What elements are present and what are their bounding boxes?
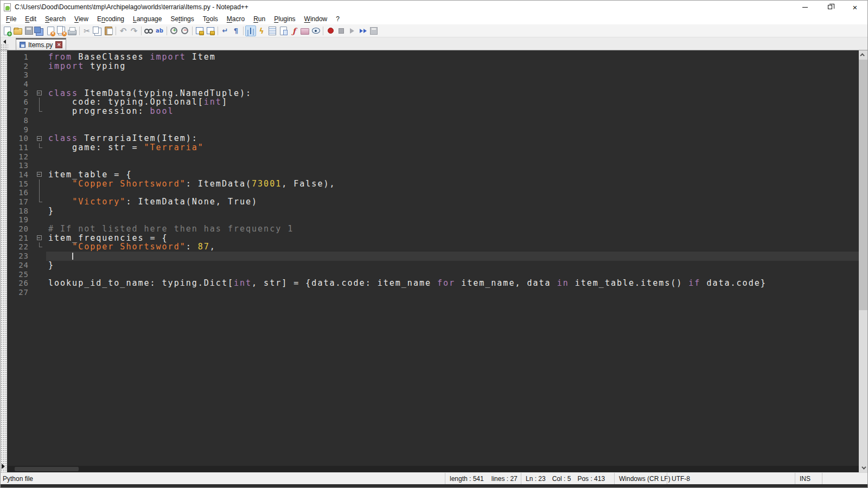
word-wrap-icon[interactable] bbox=[220, 25, 231, 36]
line-number[interactable]: 8 bbox=[7, 116, 34, 125]
line-number[interactable]: 14 bbox=[7, 170, 34, 179]
code-line[interactable]: 11 game: str = "Terraria" bbox=[7, 143, 859, 152]
line-number[interactable]: 1 bbox=[7, 53, 34, 62]
code-line-text[interactable] bbox=[46, 252, 859, 261]
macro-save-icon[interactable] bbox=[368, 25, 379, 36]
code-line-text[interactable]: code: typing.Optional[int] bbox=[46, 98, 859, 107]
sync-scroll-h-icon[interactable] bbox=[205, 25, 216, 36]
fold-collapse-icon[interactable] bbox=[37, 136, 42, 141]
code-line[interactable]: 3 bbox=[7, 70, 859, 80]
new-file-icon[interactable] bbox=[2, 25, 12, 36]
line-number[interactable]: 21 bbox=[7, 234, 34, 243]
run-script-icon[interactable] bbox=[289, 25, 299, 36]
fold-collapse-icon[interactable] bbox=[37, 91, 42, 95]
code-line-text[interactable]: from BaseClasses import Item bbox=[46, 53, 859, 62]
code-line[interactable]: 9 bbox=[7, 125, 859, 134]
close-icon[interactable] bbox=[45, 25, 56, 36]
code-line[interactable]: 25 bbox=[7, 270, 859, 279]
folder-as-workspace-icon[interactable] bbox=[299, 25, 310, 36]
line-number[interactable]: 27 bbox=[7, 288, 34, 297]
code-line[interactable]: 6 code: typing.Optional[int] bbox=[7, 98, 859, 107]
save-icon[interactable] bbox=[23, 25, 34, 36]
code-viewport[interactable]: 1from BaseClasses import Item2import typ… bbox=[7, 50, 859, 466]
restore-button[interactable] bbox=[818, 1, 843, 14]
code-line-text[interactable]: item_table = { bbox=[46, 170, 859, 179]
code-line-text[interactable]: class TerrariaItem(Item): bbox=[46, 134, 859, 143]
status-eol-format[interactable]: Windows (CR LF) bbox=[614, 473, 667, 484]
document-list-icon[interactable] bbox=[278, 25, 289, 36]
code-line-text[interactable] bbox=[46, 152, 859, 162]
menu-help[interactable]: ? bbox=[331, 14, 344, 24]
close-all-icon[interactable] bbox=[56, 25, 67, 36]
line-number[interactable]: 13 bbox=[7, 161, 34, 170]
monitoring-icon[interactable] bbox=[310, 25, 321, 36]
macro-stop-icon[interactable] bbox=[336, 25, 347, 36]
line-number[interactable]: 24 bbox=[7, 261, 34, 270]
code-line-text[interactable] bbox=[46, 188, 859, 197]
function-list-icon[interactable] bbox=[256, 25, 267, 36]
code-line[interactable]: 4 bbox=[7, 80, 859, 89]
find-icon[interactable] bbox=[143, 25, 154, 36]
zoom-in-icon[interactable] bbox=[169, 25, 180, 36]
code-line[interactable]: 10class TerrariaItem(Item): bbox=[7, 134, 859, 143]
show-all-characters-icon[interactable] bbox=[231, 25, 241, 36]
code-line[interactable]: 15 "Copper Shortsword": ItemData(73001, … bbox=[7, 179, 859, 189]
code-line[interactable]: 17 "Victory": ItemData(None, True) bbox=[7, 197, 859, 207]
code-line-text[interactable]: game: str = "Terraria" bbox=[46, 143, 859, 152]
tab-close-icon[interactable] bbox=[55, 41, 62, 48]
code-line-text[interactable]: "Copper Shortsword": ItemData(73001, Fal… bbox=[46, 179, 859, 189]
code-line-text[interactable]: "Victory": ItemData(None, True) bbox=[46, 197, 859, 207]
sync-scroll-v-icon[interactable] bbox=[194, 25, 205, 36]
menu-view[interactable]: View bbox=[70, 14, 93, 24]
line-number[interactable]: 18 bbox=[7, 207, 34, 216]
code-line[interactable]: 19 bbox=[7, 215, 859, 224]
line-number[interactable]: 10 bbox=[7, 134, 34, 143]
code-line[interactable]: 26lookup_id_to_name: typing.Dict[int, st… bbox=[7, 279, 859, 288]
code-line-text[interactable] bbox=[46, 288, 859, 297]
code-line[interactable]: 22 "Copper Shortsword": 87, bbox=[7, 242, 859, 252]
code-line-text[interactable] bbox=[46, 70, 859, 80]
code-line-text[interactable]: item_frequencies = { bbox=[46, 234, 859, 243]
line-number[interactable]: 15 bbox=[7, 179, 34, 189]
code-line[interactable]: 12 bbox=[7, 152, 859, 162]
code-line[interactable]: 2import typing bbox=[7, 62, 859, 71]
line-number[interactable]: 5 bbox=[7, 89, 34, 98]
save-all-icon[interactable] bbox=[34, 25, 45, 36]
status-insert-mode[interactable]: INS bbox=[795, 473, 822, 484]
code-line-text[interactable] bbox=[46, 270, 859, 279]
code-line-text[interactable]: # If not listed here then has frequency … bbox=[46, 224, 859, 234]
code-line-text[interactable]: class ItemData(typing.NamedTuple): bbox=[46, 89, 859, 98]
menu-window[interactable]: Window bbox=[300, 14, 332, 24]
menu-language[interactable]: Language bbox=[129, 14, 166, 24]
show-indent-guide-icon[interactable] bbox=[245, 25, 256, 36]
code-line-text[interactable] bbox=[46, 80, 859, 89]
menu-settings[interactable]: Settings bbox=[166, 14, 198, 24]
code-line[interactable]: 14item_table = { bbox=[7, 170, 859, 179]
paste-icon[interactable] bbox=[103, 25, 114, 36]
vertical-scrollbar-thumb[interactable] bbox=[859, 60, 867, 310]
menu-run[interactable]: Run bbox=[249, 14, 270, 24]
macro-record-icon[interactable] bbox=[325, 25, 336, 36]
code-line[interactable]: 21item_frequencies = { bbox=[7, 234, 859, 243]
code-line-text[interactable] bbox=[46, 161, 859, 170]
code-line[interactable]: 16 bbox=[7, 188, 859, 197]
macro-run-multiple-icon[interactable] bbox=[358, 25, 368, 36]
close-button[interactable]: × bbox=[843, 1, 867, 14]
minimize-button[interactable] bbox=[793, 1, 818, 14]
menu-edit[interactable]: Edit bbox=[21, 14, 41, 24]
menu-search[interactable]: Search bbox=[41, 14, 70, 24]
scroll-down-button[interactable] bbox=[859, 464, 867, 472]
line-number[interactable]: 17 bbox=[7, 197, 34, 207]
menu-plugins[interactable]: Plugins bbox=[270, 14, 299, 24]
line-number[interactable]: 22 bbox=[7, 242, 34, 252]
undo-icon[interactable] bbox=[118, 25, 129, 36]
code-line[interactable]: 24} bbox=[7, 261, 859, 270]
line-number[interactable]: 20 bbox=[7, 224, 34, 234]
cut-icon[interactable] bbox=[81, 25, 92, 36]
dock-grip[interactable] bbox=[1, 44, 8, 50]
code-line-text[interactable]: lookup_id_to_name: typing.Dict[int, str]… bbox=[46, 279, 859, 288]
code-line[interactable]: 7 progression: bool bbox=[7, 107, 859, 116]
line-number[interactable]: 6 bbox=[7, 98, 34, 107]
line-number[interactable]: 2 bbox=[7, 62, 34, 71]
vertical-scrollbar[interactable] bbox=[859, 50, 867, 472]
